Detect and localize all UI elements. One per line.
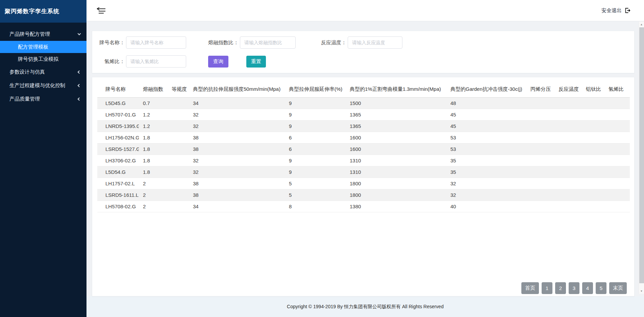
column-header: 牌号名称 <box>97 81 139 98</box>
table-cell: 34 <box>189 201 285 212</box>
table-cell: 1.2 <box>139 121 168 132</box>
column-header: 典型的Garden抗冲击强度-30c(j) <box>446 81 526 98</box>
table-cell: 34 <box>189 98 285 109</box>
query-button[interactable]: 查询 <box>208 56 228 68</box>
results-table: 牌号名称熔融指数等规度典型的抗拉伸屈服强度50mm/min(Mpa)典型拉伸屈服… <box>97 81 630 212</box>
table-cell: 32 <box>446 189 526 201</box>
last-page-button[interactable]: 末页 <box>609 282 627 294</box>
brand-name-label: 牌号名称： <box>99 39 125 46</box>
table-cell: LSRD5-1527.G <box>97 143 139 155</box>
table-cell: 53 <box>446 132 526 143</box>
table-row: LH1757-02.L2385180032 <box>97 178 630 189</box>
sidebar-item-1[interactable]: 参数设计与仿真 <box>0 65 86 79</box>
sidebar-item-3[interactable]: 产品质量管理 <box>0 92 86 106</box>
table-cell: 1365 <box>346 121 446 132</box>
scrollbar-thumb[interactable] <box>639 27 644 283</box>
page-button-4[interactable]: 4 <box>582 282 593 294</box>
reset-button[interactable]: 重置 <box>246 56 266 68</box>
table-cell: 1365 <box>346 109 446 121</box>
table-cell <box>604 132 630 143</box>
footer: Copyright © 1994-2019 By 恒力集团有限公司版权所有 Al… <box>86 296 644 317</box>
table-cell: 45 <box>446 121 526 132</box>
table-cell: 9 <box>285 155 346 166</box>
table-cell <box>168 121 189 132</box>
app-title: 聚丙烯数字孪生系统 <box>0 0 86 23</box>
table-row: L5D45.G0.7349150048 <box>97 98 630 109</box>
table-cell <box>604 189 630 201</box>
table-cell <box>526 189 554 201</box>
sidebar-item-label: 生产过程建模与优化控制 <box>9 82 65 89</box>
table-cell: 32 <box>189 155 285 166</box>
table-cell: 1.8 <box>139 143 168 155</box>
table-cell <box>554 143 582 155</box>
app-root: 聚丙烯数字孪生系统 产品牌号配方管理配方管理模板牌号切换工业模拟参数设计与仿真生… <box>0 0 644 317</box>
sidebar-collapse-button[interactable] <box>96 7 106 14</box>
table-cell: 1.8 <box>139 155 168 166</box>
table-cell: 5 <box>285 178 346 189</box>
table-cell: L5D54.G <box>97 166 139 178</box>
table-cell <box>168 132 189 143</box>
table-cell <box>168 155 189 166</box>
sidebar-item-0[interactable]: 产品牌号配方管理 <box>0 27 86 41</box>
table-cell <box>582 166 604 178</box>
table-cell <box>582 121 604 132</box>
chevron-left-icon <box>78 84 81 87</box>
table-cell: 9 <box>285 166 346 178</box>
table-cell: 32 <box>189 166 285 178</box>
table-cell <box>168 98 189 109</box>
table-cell <box>582 189 604 201</box>
table-cell: LH1756-02N.G <box>97 132 139 143</box>
table-cell <box>526 132 554 143</box>
logout-label: 安全退出 <box>601 7 622 14</box>
table-cell: 45 <box>446 109 526 121</box>
sidebar: 聚丙烯数字孪生系统 产品牌号配方管理配方管理模板牌号切换工业模拟参数设计与仿真生… <box>0 0 86 317</box>
table-cell: 1.2 <box>139 109 168 121</box>
page-button-1[interactable]: 1 <box>542 282 552 294</box>
sidebar-menu: 产品牌号配方管理配方管理模板牌号切换工业模拟参数设计与仿真生产过程建模与优化控制… <box>0 23 86 106</box>
page-button-5[interactable]: 5 <box>596 282 606 294</box>
logout-button[interactable]: 安全退出 <box>601 7 630 14</box>
table-row: LH5708-02.G2348138040 <box>97 201 630 212</box>
scrollbar-down-arrow[interactable]: ▼ <box>639 288 644 294</box>
table-cell <box>526 98 554 109</box>
brand-name-field: 牌号名称： <box>99 36 186 49</box>
table-cell: 1.8 <box>139 166 168 178</box>
first-page-button[interactable]: 首页 <box>521 282 539 294</box>
table-cell <box>554 166 582 178</box>
scrollbar-up-arrow[interactable]: ▲ <box>639 22 644 27</box>
table-row: LNRD5-1395.G1.2329136545 <box>97 121 630 132</box>
sidebar-item-label: 参数设计与仿真 <box>9 69 45 75</box>
brand-name-input[interactable] <box>126 36 186 49</box>
table-cell: 1310 <box>346 155 446 166</box>
table-cell: 32 <box>189 109 285 121</box>
page-button-3[interactable]: 3 <box>569 282 579 294</box>
hydrogen-olefin-ratio-input[interactable] <box>126 55 186 68</box>
table-row: L5D54.G1.8329131035 <box>97 166 630 178</box>
table-cell <box>526 166 554 178</box>
reaction-temperature-input[interactable] <box>348 36 402 49</box>
reaction-temperature-field: 反应温度： <box>321 36 402 49</box>
collapse-menu-icon <box>96 7 106 14</box>
melt-index-ratio-input[interactable] <box>240 36 296 49</box>
vertical-scrollbar[interactable]: ▲ ▼ <box>639 22 644 294</box>
table-cell: 1.8 <box>139 132 168 143</box>
table-cell <box>168 109 189 121</box>
page-button-2[interactable]: 2 <box>555 282 566 294</box>
table-cell <box>526 201 554 212</box>
sidebar-item-2[interactable]: 生产过程建模与优化控制 <box>0 79 86 92</box>
table-cell: 32 <box>446 178 526 189</box>
column-header: 铝钛比 <box>582 81 604 98</box>
table-cell <box>604 155 630 166</box>
table-row: LH3706-02.G1.8329131035 <box>97 155 630 166</box>
hydrogen-olefin-ratio-field: 氢烯比： <box>99 55 186 68</box>
sidebar-subitem-0-1[interactable]: 牌号切换工业模拟 <box>0 53 86 65</box>
column-header: 丙烯分压 <box>526 81 554 98</box>
table-cell: 38 <box>189 143 285 155</box>
chevron-down-icon <box>78 32 81 35</box>
table-cell <box>168 189 189 201</box>
table-cell: 48 <box>446 98 526 109</box>
sidebar-subitem-0-0[interactable]: 配方管理模板 <box>0 41 86 53</box>
melt-index-ratio-field: 熔融指数比： <box>208 36 296 49</box>
column-header: 熔融指数 <box>139 81 168 98</box>
search-row-1: 牌号名称： 熔融指数比： 反应温度： <box>99 36 627 49</box>
